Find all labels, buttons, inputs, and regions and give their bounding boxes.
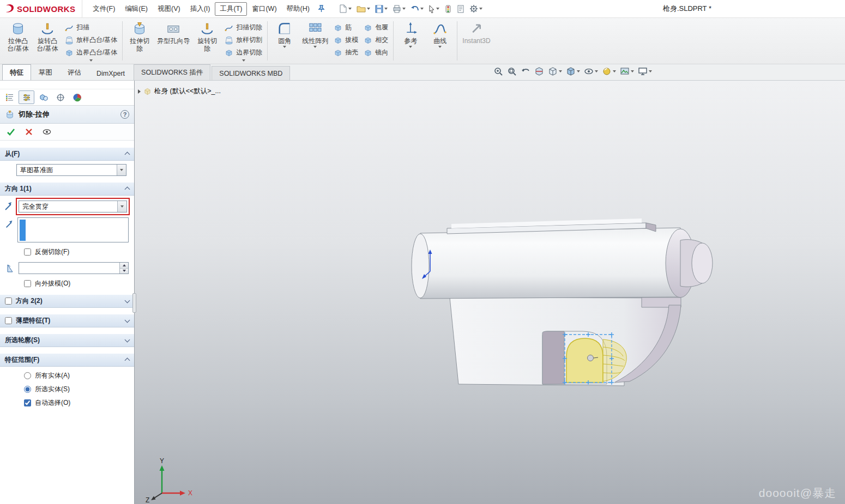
curves-button[interactable]: 曲线 (425, 20, 455, 48)
section-selected-contours[interactable]: 所选轮廓(S) (0, 333, 134, 347)
spinner-up-button[interactable] (120, 263, 128, 269)
dropdown-caret-icon[interactable] (313, 46, 317, 48)
draft-button[interactable]: 拔模 (331, 34, 361, 46)
property-manager-tab[interactable] (19, 90, 34, 104)
section-direction2[interactable]: 方向 2(2) (0, 294, 134, 308)
preview-eye-button[interactable] (43, 127, 51, 136)
spinner-down-button[interactable] (120, 269, 128, 274)
thin-feature-checkbox[interactable] (5, 317, 12, 324)
extrude-cut-button[interactable]: 拉伸切 除 (125, 20, 154, 53)
menu-window[interactable]: 窗口(W) (247, 2, 281, 16)
dropdown-caret-icon[interactable] (283, 46, 286, 48)
combo-arrow-icon[interactable] (117, 165, 126, 175)
end-condition-combobox[interactable]: 完全贯穿 (19, 201, 127, 212)
draft-angle-value[interactable] (19, 263, 119, 274)
tab-dimxpert[interactable]: DimXpert (89, 66, 132, 80)
boundary-boss-button[interactable]: 边界凸台/基体 (62, 46, 120, 59)
view-orientation-button[interactable] (548, 66, 562, 76)
section-from[interactable]: 从(F) (0, 147, 134, 161)
save-button[interactable] (373, 4, 390, 14)
revolve-cut-button[interactable]: 旋转切 除 (192, 20, 222, 53)
rebuild-button[interactable] (442, 4, 454, 14)
edit-appearance-button[interactable] (602, 66, 616, 76)
menu-tools[interactable]: 工具(T) (215, 2, 247, 16)
lofted-cut-button[interactable]: 放样切割 (222, 34, 265, 46)
panel-splitter-grip[interactable] (132, 293, 136, 313)
feature-manager-tab[interactable] (2, 90, 17, 104)
hole-wizard-button[interactable]: 异型孔向导 (154, 20, 192, 45)
group-caret-icon[interactable] (89, 59, 93, 62)
new-document-button[interactable] (337, 3, 354, 14)
flip-side-checkbox[interactable] (24, 248, 31, 256)
instant3d-button[interactable]: Instant3D (460, 20, 493, 45)
menu-view[interactable]: 视图(V) (153, 2, 185, 16)
mirror-icon (364, 48, 372, 57)
select-button[interactable] (426, 4, 442, 14)
tab-sketch[interactable]: 草图 (31, 64, 60, 80)
hide-show-items-button[interactable] (584, 66, 598, 76)
zoom-area-button[interactable] (507, 66, 517, 76)
rib-button[interactable]: 筋 (331, 21, 361, 34)
direction2-checkbox[interactable] (5, 297, 12, 305)
dimxpert-manager-tab[interactable] (52, 90, 68, 104)
fillet-button[interactable]: 圆角 (270, 20, 299, 48)
tab-mbd[interactable]: SOLIDWORKS MBD (212, 66, 290, 80)
display-manager-tab[interactable] (69, 90, 85, 104)
print-button[interactable] (390, 4, 408, 14)
section-view-button[interactable] (534, 66, 544, 76)
flyout-expand-icon[interactable] (138, 89, 141, 94)
tab-addins[interactable]: SOLIDWORKS 插件 (134, 64, 210, 80)
from-condition-combobox[interactable]: 草图基准面 (16, 164, 126, 176)
section-direction1[interactable]: 方向 1(1) (0, 182, 134, 196)
display-style-button[interactable] (566, 66, 580, 76)
reference-geometry-button[interactable]: 参考 (396, 20, 425, 48)
ok-button[interactable] (7, 127, 15, 136)
tab-features[interactable]: 特征 (2, 64, 31, 80)
menu-pin-icon[interactable] (318, 5, 325, 13)
section-thin-feature[interactable]: 薄壁特征(T) (0, 314, 134, 327)
wrap-button[interactable]: 包覆 (361, 21, 391, 34)
apply-scene-button[interactable] (620, 66, 634, 76)
previous-view-button[interactable] (521, 66, 530, 76)
boundary-cut-button[interactable]: 边界切除 (222, 46, 265, 59)
selected-bodies-radio[interactable] (24, 386, 31, 393)
configuration-manager-tab[interactable] (35, 90, 51, 104)
reverse-direction-icon[interactable] (3, 201, 14, 212)
open-button[interactable] (354, 4, 372, 14)
draft-outward-checkbox[interactable] (24, 280, 31, 287)
swept-cut-button[interactable]: 扫描切除 (222, 21, 265, 34)
mirror-button[interactable]: 镜向 (361, 46, 391, 59)
all-bodies-radio[interactable] (24, 372, 31, 379)
swept-boss-button[interactable]: 扫描 (62, 21, 120, 34)
auto-select-checkbox[interactable] (24, 399, 31, 406)
cancel-button[interactable] (25, 127, 33, 136)
model-gun-body[interactable] (412, 218, 713, 386)
file-properties-button[interactable] (455, 4, 467, 14)
undo-button[interactable] (408, 4, 426, 14)
help-button[interactable]: ? (120, 110, 129, 119)
linear-pattern-button[interactable]: 线性阵列 (299, 20, 331, 48)
section-feature-scope[interactable]: 特征范围(F) (0, 353, 134, 367)
extrude-boss-button[interactable]: 拉伸凸 台/基体 (3, 20, 33, 53)
intersect-button[interactable]: 相交 (361, 34, 391, 46)
combo-arrow-icon[interactable] (117, 201, 126, 212)
menu-file[interactable]: 文件(F) (88, 2, 120, 16)
direction-reference-listbox[interactable] (17, 217, 129, 242)
group-caret-icon[interactable] (242, 59, 245, 62)
fillet-icon (276, 21, 293, 36)
menu-edit[interactable]: 编辑(E) (120, 2, 153, 16)
revolve-boss-button[interactable]: 旋转凸 台/基体 (33, 20, 62, 53)
dropdown-caret-icon[interactable] (438, 46, 442, 48)
options-button[interactable] (467, 3, 485, 14)
menu-insert[interactable]: 插入(I) (185, 2, 215, 16)
menu-help[interactable]: 帮助(H) (282, 2, 315, 16)
drag-handle-sphere[interactable] (588, 355, 594, 361)
feature-tree-flyout[interactable]: 枪身 (默认<<默认>_... (138, 87, 221, 96)
shell-button[interactable]: 抽壳 (331, 46, 361, 59)
view-settings-button[interactable] (638, 66, 652, 76)
dropdown-caret-icon[interactable] (409, 46, 412, 48)
tab-evaluate[interactable]: 评估 (60, 64, 89, 80)
graphics-viewport[interactable]: Y X Z 枪身 (默认<<默认>_... dooooit@暴走 (135, 81, 845, 504)
lofted-boss-button[interactable]: 放样凸台/基体 (62, 34, 120, 46)
zoom-fit-button[interactable] (493, 66, 503, 76)
